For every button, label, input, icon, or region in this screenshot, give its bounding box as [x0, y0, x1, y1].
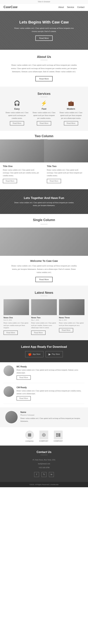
- play-store-label: Play Store: [52, 353, 60, 355]
- services-title: Services: [5, 92, 83, 96]
- two-column-section: Two Column Title One Donec varius sodale…: [0, 131, 88, 189]
- social-instagram-icon[interactable]: in: [49, 472, 54, 477]
- service-text-easy: Donec varius sodales orci. Class aptent …: [5, 111, 29, 120]
- testimonial-item-cm: CM Ready Donec varius sodales orci. Clas…: [3, 383, 85, 404]
- cta-banner-text: Donec varius sodales orci. Class aptent …: [14, 201, 74, 207]
- nav-link-service[interactable]: Service: [67, 6, 74, 8]
- modern-icon: 💼: [59, 100, 83, 106]
- service-cta-easy[interactable]: Read More: [10, 121, 24, 126]
- nav-links: About Service Contact: [58, 6, 85, 8]
- nav-link-about[interactable]: About: [58, 6, 64, 8]
- news-cta-two[interactable]: Read More: [31, 330, 45, 335]
- play-store-button[interactable]: ▶ Play Store: [46, 351, 63, 357]
- col-cta-one[interactable]: Read More: [3, 179, 17, 183]
- service-title-modern: Modern: [59, 108, 83, 110]
- play-icon: ▶: [49, 352, 51, 356]
- service-cta-fast[interactable]: Read More: [37, 121, 51, 126]
- logo-item-one: company: [25, 430, 34, 442]
- service-title-easy: Easy: [5, 108, 29, 110]
- app-banner-section: Latest App Ready For Download 🍎 App Stor…: [0, 340, 88, 362]
- testimonial-cta-mc[interactable]: Read More: [16, 375, 31, 380]
- news-text-two: Donec varius sodales orci. Class aptent …: [31, 322, 57, 329]
- services-section: Services 🎧 Easy Donec varius sodales orc…: [0, 87, 88, 131]
- col-text-two: Donec varius sodales orci. Class aptent …: [47, 168, 85, 177]
- col-item-two: Title Two Donec varius sodales orci. Cla…: [44, 140, 88, 186]
- single-col-image: [0, 228, 88, 256]
- social-facebook-icon[interactable]: f: [34, 472, 39, 477]
- testimonials-section: MC Ready Donec varius sodales orci. Clas…: [0, 362, 88, 408]
- news-item-one: News One Feb 25, 2016 Donec varius sodal…: [3, 299, 29, 335]
- testimonial-cta-cm[interactable]: Read More: [16, 396, 31, 400]
- latest-news-section: Latest News News One Feb 25, 2016 Donec …: [0, 286, 88, 340]
- hero-cta-button[interactable]: Read More: [35, 36, 53, 41]
- testimonial-item-mc: MC Ready Donec varius sodales orci. Clas…: [3, 362, 85, 383]
- logo-item-two: COMPANY: [39, 430, 48, 442]
- news-date-one: Feb 25, 2016: [3, 319, 29, 321]
- news-date-three: Mar 4, 2016: [59, 319, 85, 321]
- logo-icon-three: [54, 430, 63, 440]
- logo-icon-two: [39, 430, 48, 440]
- testimonial-content-mc: MC Ready Donec varius sodales orci. Clas…: [16, 366, 85, 380]
- logos-section: company COMPANY COMPANY: [0, 427, 88, 446]
- two-col-title: Two Column: [0, 131, 88, 139]
- app-store-label: App Store: [33, 353, 40, 355]
- col-cta-two[interactable]: Read More: [47, 179, 61, 183]
- single-col-content: Welcome To Caw Caw Donec varius sodales …: [0, 256, 88, 286]
- app-store-button[interactable]: 🍎 App Store: [25, 351, 43, 357]
- services-grid: 🎧 Easy Donec varius sodales orci. Class …: [5, 100, 83, 126]
- service-item-easy: 🎧 Easy Donec varius sodales orci. Class …: [5, 100, 29, 126]
- logo-item-three: COMPANY: [54, 430, 63, 442]
- site-logo[interactable]: CawCaw: [3, 5, 18, 9]
- social-twitter-icon[interactable]: 𝕏: [42, 472, 46, 477]
- cta-banner-section: Lets Together And Have Fun Donec varius …: [0, 189, 88, 214]
- col-image-one: [0, 140, 44, 162]
- logo-label-two: COMPANY: [39, 440, 48, 442]
- news-label-three: News Three: [59, 316, 85, 319]
- service-text-modern: Donec varius sodales orci. Class aptent …: [59, 111, 83, 120]
- hero-title: Lets Begins With Caw Caw: [14, 20, 74, 24]
- single-col-divider: [40, 224, 48, 224]
- hero-content: Lets Begins With Caw Caw Donec varius so…: [14, 20, 74, 40]
- footer-text: ©2016, All Rights Reserved | Unstokcube: [29, 484, 58, 486]
- news-image-one: [3, 299, 29, 315]
- single-col-title: Welcome To Caw Caw: [5, 259, 83, 262]
- testimonial-avatar-cm: [3, 386, 14, 397]
- single-col-text: Donec varius sodales orci. Class aptent …: [10, 264, 78, 274]
- cta-banner-title: Lets Together And Have Fun: [14, 196, 74, 200]
- service-item-modern: 💼 Modern Donec varius sodales orci. Clas…: [59, 100, 83, 126]
- col-image-two: [44, 140, 88, 162]
- service-item-fast: ⚡ Fast Donec varius sodales orci. Class …: [32, 100, 56, 126]
- news-image-two: [31, 299, 57, 315]
- contact-info: #7, Park Town, New York, USA mail@email.…: [5, 458, 83, 470]
- service-cta-modern[interactable]: Read More: [64, 121, 78, 126]
- fast-icon: ⚡: [32, 100, 56, 106]
- news-label-two: News Two: [31, 316, 57, 319]
- logo-label-one: company: [25, 440, 34, 442]
- hero-section: Lets Begins With Caw Caw Donec varius so…: [0, 11, 88, 50]
- svg-rect-0: [28, 434, 31, 436]
- news-cta-three[interactable]: Read More: [59, 328, 73, 332]
- hero-text: Donec varius sodales orci. Class aptent …: [14, 27, 74, 33]
- contact-title: Contact Us: [5, 450, 83, 454]
- app-banner-title: Latest App Ready For Download: [5, 345, 83, 349]
- profile-avatar: [5, 411, 18, 423]
- about-divider: [40, 60, 48, 60]
- app-buttons: 🍎 App Store ▶ Play Store: [5, 351, 83, 357]
- about-text: Donec varius sodales orci. Class aptent …: [10, 64, 78, 73]
- profile-text: Donec varius sodales orci. Class aptent …: [20, 417, 83, 422]
- news-divider: [40, 296, 48, 296]
- news-text-one: Donec varius sodales orci. Class aptent …: [3, 322, 29, 329]
- logo-icon-one: [25, 430, 34, 440]
- news-grid: News One Feb 25, 2016 Donec varius sodal…: [3, 299, 85, 335]
- nav-link-contact[interactable]: Contact: [77, 6, 85, 8]
- single-col-cta[interactable]: Read More: [35, 277, 53, 282]
- about-section: About Us Donec varius sodales orci. Clas…: [0, 50, 88, 87]
- contact-address: #7, Park Town, New York, USA: [5, 458, 83, 462]
- col-item-one: Title One Donec varius sodales orci. Cla…: [0, 140, 44, 186]
- news-cta-one[interactable]: Read More: [3, 330, 18, 335]
- testimonial-name-cm: CM Ready: [16, 386, 85, 389]
- cta-banner-content: Lets Together And Have Fun Donec varius …: [14, 196, 74, 207]
- news-item-three: News Three Mar 4, 2016 Donec varius soda…: [59, 299, 85, 335]
- about-cta-button[interactable]: Read More: [35, 76, 53, 82]
- col-content-two: Title Two Donec varius sodales orci. Cla…: [44, 162, 88, 186]
